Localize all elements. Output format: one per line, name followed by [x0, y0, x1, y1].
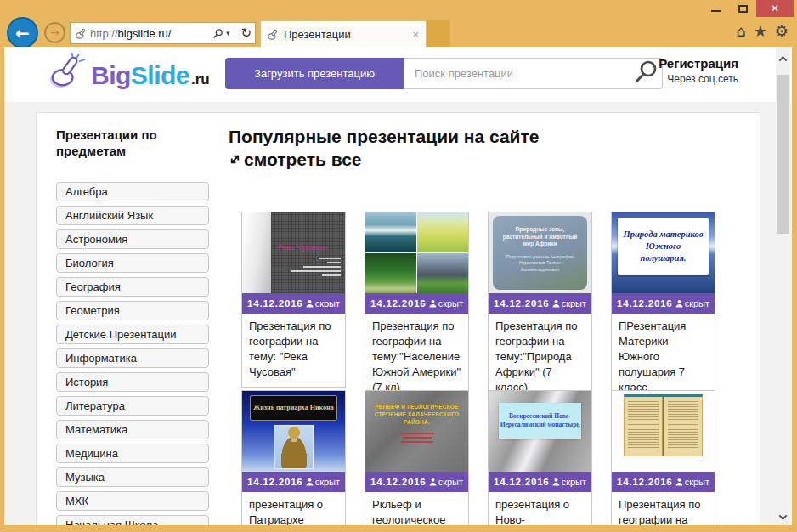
- search-magnifier-icon[interactable]: [212, 28, 223, 39]
- sidebar-item-math[interactable]: Математика: [56, 420, 209, 439]
- thumbnail-africa-slide[interactable]: Природные зоны, растительный и животный …: [489, 212, 591, 293]
- card-title[interactable]: презентация о Ново-Иерусалимском монасты…: [489, 492, 591, 525]
- photo-flower-field: [417, 212, 468, 252]
- settings-gear-icon[interactable]: ⚙: [775, 24, 789, 39]
- slide-page-edge: [242, 212, 271, 293]
- card-title[interactable]: Презентация по географии на тему: "Река …: [242, 314, 345, 387]
- presentation-card[interactable]: Природа материков Южного полушария. 14.1…: [611, 212, 715, 403]
- back-button[interactable]: ←: [7, 17, 38, 48]
- date: 14.12.2016: [617, 298, 673, 308]
- date-bar: 14.12.2016 скрыт: [242, 293, 345, 314]
- favorites-star-icon[interactable]: ★: [754, 24, 767, 39]
- thumbnail-southern-hemisphere[interactable]: Природа материков Южного полушария.: [612, 212, 715, 293]
- browser-tab[interactable]: Презентации ×: [260, 20, 427, 47]
- site-logo[interactable]: BigSlide .ru: [48, 53, 210, 88]
- card-title[interactable]: Презентация по географии на тему:"Населе…: [365, 314, 468, 402]
- photo-forest: [365, 253, 416, 293]
- sidebar-item-medicine[interactable]: Медицина: [56, 444, 209, 463]
- thumbnail-relief-geology[interactable]: РЕЛЬЕФ И ГЕОЛОГИЧЕСКОЕ СТРОЕНИЕ КАЛАЧЕЕВ…: [365, 391, 468, 472]
- slide-text-box: Жизнь патриарха Никона: [250, 395, 337, 421]
- scroll-up-button[interactable]: [776, 52, 790, 65]
- micro-text-lines: [291, 258, 341, 276]
- register-link[interactable]: Регистрация: [657, 56, 738, 71]
- user-icon: [552, 299, 560, 308]
- home-icon[interactable]: ⌂: [736, 24, 745, 39]
- forward-arrow-icon: →: [50, 27, 59, 38]
- card-title[interactable]: презентация о Патриархе Никоне: [242, 492, 345, 525]
- date-bar: 14.12.2016 скрыт: [489, 472, 591, 492]
- slide-body: Природные зоны, растительный и животный …: [493, 216, 587, 290]
- date: 14.12.2016: [494, 298, 550, 308]
- thumbnail-monastery[interactable]: Воскресенский Ново-Иерусалимский монасты…: [489, 391, 591, 472]
- tab-close-icon[interactable]: ×: [412, 28, 419, 41]
- user-icon: [306, 299, 314, 308]
- back-arrow-icon: ←: [15, 25, 30, 42]
- vertical-scrollbar[interactable]: [776, 47, 790, 525]
- divider: [235, 26, 235, 40]
- hidden-badge: скрыт: [675, 298, 709, 308]
- card-title[interactable]: Презентация по географии на тему:"Природ…: [489, 314, 591, 402]
- date: 14.12.2016: [247, 298, 303, 308]
- presentation-card[interactable]: Природные зоны, растительный и животный …: [488, 212, 592, 403]
- presentation-card[interactable]: 14.12.2016 скрыт Презентация по географи…: [365, 212, 469, 403]
- sidebar-item-kids[interactable]: Детские Презентации: [56, 325, 209, 344]
- sidebar-item-informatics[interactable]: Информатика: [56, 348, 209, 368]
- thumbnail-old-book[interactable]: [612, 391, 715, 472]
- hidden-badge: скрыт: [429, 298, 463, 308]
- minimize-icon: [711, 10, 721, 12]
- maximize-button[interactable]: [729, 0, 756, 17]
- user-icon: [429, 478, 437, 486]
- upload-presentation-button[interactable]: Загрузить презентацию: [225, 58, 404, 89]
- thumbnail-reka-chusovaya[interactable]: Река Чусовая.: [242, 212, 345, 293]
- register-social-link[interactable]: Через соц.сеть: [657, 73, 738, 85]
- refresh-icon[interactable]: ↻: [240, 25, 252, 41]
- search-magnifier-icon-large[interactable]: [630, 59, 659, 88]
- register-block[interactable]: Регистрация Через соц.сеть: [657, 56, 738, 85]
- slide-text-box: Природа материков Южного полушария.: [618, 218, 709, 275]
- thumbnail-nature-collage[interactable]: [365, 212, 468, 293]
- sidebar-item-geography[interactable]: География: [56, 277, 209, 297]
- content-card: Презентации по предметам Алгебра Английс…: [36, 112, 760, 525]
- presentation-card[interactable]: Жизнь патриарха Никона 14.12.2016 скрыт: [241, 390, 346, 525]
- sidebar-item-primary-school[interactable]: Начальная Школа: [56, 515, 209, 525]
- sidebar-item-music[interactable]: Музыка: [56, 467, 209, 487]
- logo-text: BigSlide: [91, 63, 189, 88]
- sidebar-item-algebra[interactable]: Алгебра: [56, 182, 209, 201]
- scrollbar-thumb[interactable]: [777, 75, 789, 234]
- hidden-badge: скрыт: [552, 298, 586, 308]
- forward-button[interactable]: →: [44, 22, 65, 43]
- search-dropdown-icon[interactable]: ▾: [226, 29, 230, 37]
- close-window-button[interactable]: ✕: [756, 0, 794, 17]
- date-bar: 14.12.2016 скрыт: [365, 472, 468, 492]
- search-input[interactable]: [404, 58, 663, 89]
- scroll-down-button[interactable]: [776, 510, 790, 524]
- cards-row-1: Река Чусовая. 14.12.2016 скрыт: [241, 212, 715, 403]
- photo-mountains: [417, 253, 468, 293]
- minimize-button[interactable]: [702, 0, 729, 17]
- presentation-card[interactable]: Река Чусовая. 14.12.2016 скрыт: [241, 212, 346, 388]
- address-bar[interactable]: http://bigslide.ru/ ▾ ↻: [70, 22, 256, 44]
- card-title[interactable]: Презентация по географии на тему "Открыт…: [612, 492, 715, 525]
- book-spread: [624, 394, 703, 456]
- hidden-badge: скрыт: [306, 477, 340, 487]
- card-title[interactable]: ПРезентация Материки Южного полушария 7 …: [612, 314, 715, 402]
- presentation-card[interactable]: Воскресенский Ново-Иерусалимский монасты…: [488, 390, 592, 525]
- sidebar-item-english[interactable]: Английский Язык: [56, 206, 209, 225]
- card-title[interactable]: Ркльеф и геологическое строение Калачеев…: [365, 492, 468, 525]
- site-header: BigSlide .ru Загрузить презентацию Регис…: [4, 47, 792, 102]
- sidebar-item-biology[interactable]: Биология: [56, 253, 209, 273]
- sidebar-item-geometry[interactable]: Геометрия: [56, 301, 209, 320]
- subject-list: Алгебра Английский Язык Астрономия Биоло…: [56, 182, 209, 525]
- sidebar-item-astronomy[interactable]: Астрономия: [56, 229, 209, 249]
- presentation-card[interactable]: РЕЛЬЕФ И ГЕОЛОГИЧЕСКОЕ СТРОЕНИЕ КАЛАЧЕЕВ…: [365, 390, 469, 525]
- sidebar-item-mhk[interactable]: МХК: [56, 491, 209, 511]
- thumbnail-patriarch-nikon[interactable]: Жизнь патриарха Никона: [242, 391, 345, 472]
- sidebar-item-literature[interactable]: Литература: [56, 396, 209, 416]
- hidden-badge: скрыт: [429, 477, 463, 487]
- presentation-card[interactable]: 14.12.2016 скрыт Презентация по географи…: [611, 390, 715, 525]
- sidebar-item-history[interactable]: История: [56, 372, 209, 392]
- site-favicon-hand-icon: [76, 28, 87, 39]
- see-all-link[interactable]: смотреть все: [244, 148, 362, 171]
- user-icon: [675, 478, 683, 486]
- new-tab-button[interactable]: [427, 20, 450, 47]
